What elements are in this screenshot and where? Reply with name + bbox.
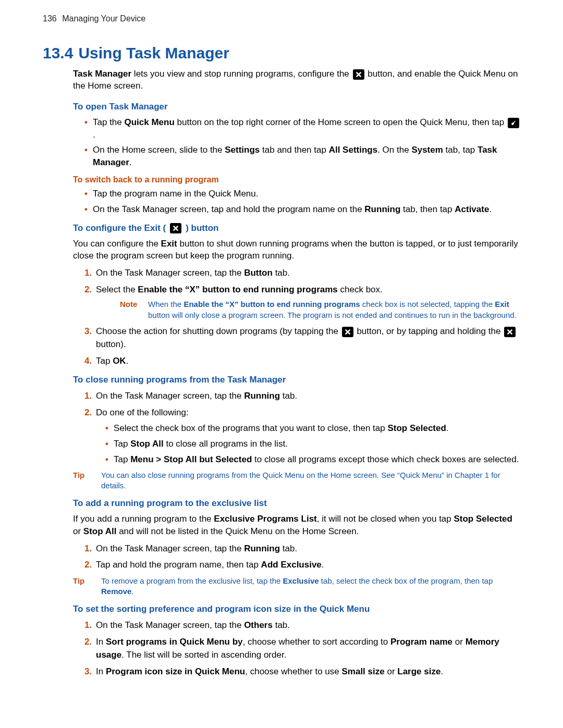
- exclusive-paragraph: If you add a running program to the Excl…: [73, 513, 520, 538]
- tip-text: To remove a program from the exclusive l…: [101, 576, 520, 597]
- page-number: 136: [43, 14, 57, 23]
- wrench-icon: [508, 118, 519, 128]
- heading-configure-exit: To configure the Exit ( ) button: [73, 223, 520, 233]
- list-item: Tap and hold the program name, then tap …: [84, 558, 520, 572]
- x-icon: [170, 223, 181, 233]
- list-item: Tap the program name in the Quick Menu.: [84, 188, 520, 200]
- list-item: In Sort programs in Quick Menu by, choos…: [84, 635, 520, 662]
- tip-row: Tip You can also close running programs …: [73, 470, 520, 491]
- open-bullets: Tap the Quick Menu button on the top rig…: [73, 116, 520, 169]
- section-title: 13.4Using Task Manager: [43, 44, 520, 62]
- heading-open-task-manager: To open Task Manager: [73, 102, 520, 112]
- section-heading: Using Task Manager: [78, 44, 229, 61]
- close-sub-bullets: Select the check box of the programs tha…: [96, 422, 520, 465]
- tip-label: Tip: [73, 470, 94, 491]
- section-number: 13.4: [43, 44, 73, 61]
- heading-switch-back: To switch back to a running program: [73, 175, 520, 184]
- tip-row: Tip To remove a program from the exclusi…: [73, 576, 520, 597]
- list-item: On the Home screen, slide to the Setting…: [84, 144, 520, 169]
- tip-text: You can also close running programs from…: [101, 470, 520, 491]
- page: 136 Managing Your Device 13.4Using Task …: [0, 0, 563, 728]
- list-item: In Program icon size in Quick Menu, choo…: [84, 665, 520, 678]
- note-row: Note When the Enable the “X” button to e…: [96, 299, 520, 320]
- x-icon: [342, 327, 353, 337]
- list-item: On the Task Manager screen, tap and hold…: [84, 203, 520, 216]
- list-item: On the Task Manager screen, tap the Runn…: [84, 389, 520, 403]
- switch-bullets: Tap the program name in the Quick Menu. …: [73, 188, 520, 216]
- list-item: On the Task Manager screen, tap the Othe…: [84, 619, 520, 632]
- note-label: Note: [120, 299, 141, 320]
- page-header: 136 Managing Your Device: [43, 14, 520, 23]
- note-text: When the Enable the “X” button to end ru…: [148, 299, 520, 320]
- x-icon: [353, 69, 364, 80]
- list-item: Select the check box of the programs tha…: [105, 422, 520, 435]
- heading-exclusive-list: To add a running program to the exclusiv…: [73, 498, 520, 509]
- close-steps: On the Task Manager screen, tap the Runn…: [73, 389, 520, 465]
- heading-close-programs: To close running programs from the Task …: [73, 375, 520, 385]
- intro-strong: Task Manager: [73, 69, 131, 79]
- chapter-title: Managing Your Device: [62, 14, 145, 23]
- list-item: On the Task Manager screen, tap the Butt…: [84, 266, 520, 280]
- body: Task Manager lets you view and stop runn…: [73, 68, 520, 678]
- x-icon: [504, 327, 516, 337]
- configure-paragraph: You can configure the Exit button to shu…: [73, 238, 520, 263]
- list-item: Tap Menu > Stop All but Selected to clos…: [105, 453, 520, 466]
- list-item: Tap the Quick Menu button on the top rig…: [84, 116, 520, 141]
- sorting-steps: On the Task Manager screen, tap the Othe…: [73, 619, 520, 678]
- list-item: Choose the action for shutting down prog…: [84, 325, 520, 351]
- intro-paragraph: Task Manager lets you view and stop runn…: [73, 68, 520, 92]
- configure-steps: On the Task Manager screen, tap the Butt…: [73, 266, 520, 367]
- heading-sorting-pref: To set the sorting preference and progra…: [73, 604, 520, 614]
- list-item: Tap OK.: [84, 354, 520, 368]
- list-item: On the Task Manager screen, tap the Runn…: [84, 542, 520, 556]
- list-item: Do one of the following: Select the chec…: [84, 406, 520, 466]
- list-item: Tap Stop All to close all programs in th…: [105, 438, 520, 450]
- list-item: Select the Enable the “X” button to end …: [84, 283, 520, 320]
- tip-label: Tip: [73, 576, 94, 597]
- exclusive-steps: On the Task Manager screen, tap the Runn…: [73, 542, 520, 572]
